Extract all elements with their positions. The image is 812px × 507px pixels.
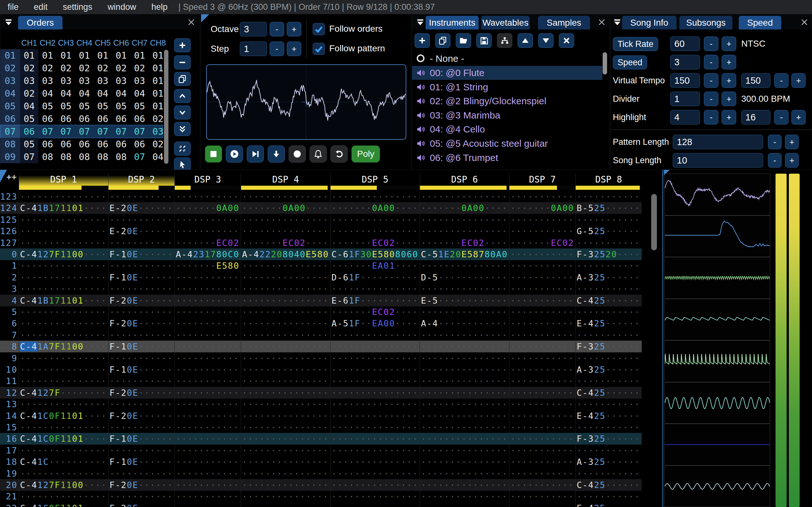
- pattern-cell[interactable]: ···············: [19, 272, 108, 283]
- pattern-row-125[interactable]: 125·····································…: [0, 214, 642, 226]
- pattern-cell[interactable]: ···············: [330, 456, 420, 468]
- pattern-cell[interactable]: ···············: [420, 225, 509, 237]
- menu-help[interactable]: help: [144, 2, 175, 12]
- instrument-item-01[interactable]: 01: @1 String: [412, 80, 602, 94]
- orders-deep-clone-button[interactable]: [174, 142, 191, 156]
- pattern-cell[interactable]: D-61F··········: [330, 272, 420, 283]
- pattern-cell[interactable]: F-20E······: [108, 387, 174, 399]
- instrument-open-button[interactable]: [456, 33, 471, 48]
- pattern-cell[interactable]: ···········: [174, 502, 241, 507]
- tick-rate-minus-button[interactable]: -: [704, 37, 718, 51]
- pattern-cell[interactable]: B-525······: [575, 202, 642, 214]
- pattern-cell[interactable]: ···············: [420, 479, 509, 491]
- order-cell[interactable]: 07: [131, 125, 149, 138]
- pattern-cell[interactable]: ···············: [330, 387, 420, 399]
- collapse-window-icon[interactable]: [415, 17, 426, 27]
- pattern-cell[interactable]: E-425······: [575, 502, 642, 507]
- instrument-item-04[interactable]: 04: @4 Cello: [412, 122, 602, 136]
- pattern-cell[interactable]: ···········: [509, 260, 575, 272]
- pattern-cell[interactable]: ···········: [509, 410, 575, 422]
- channel-header-dsp-6[interactable]: DSP 6: [420, 173, 509, 186]
- pattern-cell[interactable]: ···········: [575, 375, 642, 387]
- tab-song-info[interactable]: Song Info: [622, 16, 676, 30]
- pattern-row-16[interactable]: 16C-41C0F1101····F-10E··················…: [0, 433, 642, 445]
- order-cell[interactable]: 08: [94, 151, 112, 163]
- pattern-cell[interactable]: ···············: [330, 341, 420, 352]
- pattern-cell[interactable]: ···········: [174, 352, 241, 364]
- order-cell[interactable]: 07: [112, 125, 131, 138]
- pattern-cell[interactable]: A-51F··EA00····: [330, 318, 420, 329]
- virtual-tempo-den-minus-button[interactable]: -: [774, 73, 789, 88]
- pattern-cell[interactable]: ···········: [174, 479, 241, 491]
- pattern-cell[interactable]: E-425······: [575, 318, 642, 329]
- pattern-cell[interactable]: ···········: [174, 410, 241, 422]
- orders-row-number[interactable]: 03: [0, 74, 20, 87]
- pattern-cell[interactable]: ···············: [420, 352, 509, 364]
- pattern-row-0[interactable]: 0C-4127F1100····F-10E······A-4231780C0A-…: [0, 248, 642, 260]
- order-cell[interactable]: 07: [94, 125, 112, 138]
- order-cell[interactable]: 05: [38, 100, 57, 112]
- order-cell[interactable]: 04: [20, 100, 38, 112]
- channel-header-dsp-2[interactable]: DSP 2: [108, 173, 174, 186]
- pattern-cell[interactable]: C-4127F········: [19, 387, 108, 399]
- pattern-cell[interactable]: ···············: [19, 306, 108, 318]
- pattern-cell[interactable]: ···············: [420, 260, 509, 272]
- pattern-length-plus-button[interactable]: +: [785, 135, 799, 149]
- pattern-cell[interactable]: ···············: [330, 479, 420, 491]
- close-icon[interactable]: [800, 17, 809, 27]
- instrument-item-06[interactable]: 06: @6 Trumpet: [412, 151, 602, 165]
- pattern-row-4[interactable]: 4C-41B171101····F-20E···················…: [0, 295, 642, 306]
- pattern-cell[interactable]: ···········: [509, 283, 575, 295]
- record-button[interactable]: [289, 146, 306, 163]
- order-cell[interactable]: 06: [20, 125, 38, 138]
- order-cell[interactable]: 06: [112, 112, 131, 125]
- pattern-cell[interactable]: ···········: [509, 191, 575, 203]
- orders-row-04[interactable]: 040204040404040401: [0, 87, 163, 100]
- order-cell[interactable]: 08: [75, 151, 94, 163]
- pattern-cell[interactable]: F-20E······: [108, 502, 174, 507]
- pattern-cell[interactable]: ·······0A00: [509, 202, 575, 214]
- instrument-item-03[interactable]: 03: @3 Marimba: [412, 108, 602, 122]
- pattern-cell[interactable]: ·······EC02····: [420, 237, 509, 249]
- tab-orders[interactable]: Orders: [18, 16, 62, 30]
- pattern-cell[interactable]: A-422208040E580: [241, 248, 330, 260]
- octave-input[interactable]: 3: [240, 22, 267, 37]
- channel-header-dsp-4[interactable]: DSP 4: [241, 173, 330, 186]
- divider-plus-button[interactable]: +: [722, 92, 736, 106]
- pattern-cell[interactable]: ···············: [420, 387, 509, 399]
- pattern-cell[interactable]: ···············: [330, 433, 420, 445]
- pattern-cell[interactable]: F-10E······: [108, 364, 174, 376]
- pattern-cell[interactable]: ···············: [241, 502, 330, 507]
- pattern-cell[interactable]: ···········: [509, 445, 575, 456]
- pattern-cell[interactable]: F-10E······: [108, 341, 174, 352]
- song-length-plus-button[interactable]: +: [785, 153, 799, 168]
- follow-orders-checkbox[interactable]: [313, 23, 325, 35]
- instrument-move-up-button[interactable]: [518, 33, 533, 48]
- pattern-length-minus-button[interactable]: -: [768, 135, 781, 149]
- pattern-cell[interactable]: ···········: [575, 421, 642, 433]
- pattern-cell[interactable]: ···············: [420, 502, 509, 507]
- divider-input[interactable]: 1: [670, 92, 700, 106]
- pattern-cell[interactable]: ···········: [575, 398, 642, 410]
- orders-move-to-bottom-button[interactable]: [174, 122, 191, 136]
- pattern-cell[interactable]: ···········: [108, 329, 174, 341]
- pattern-cell[interactable]: ···············: [330, 191, 420, 203]
- song-length-minus-button[interactable]: -: [768, 153, 781, 168]
- pattern-cell[interactable]: ···········: [174, 318, 241, 329]
- pattern-row-126[interactable]: 126···············E-20E·················…: [0, 225, 642, 237]
- pattern-cell[interactable]: C-425······: [575, 479, 642, 491]
- menu-edit[interactable]: edit: [26, 2, 55, 12]
- step-row-button[interactable]: [268, 146, 285, 163]
- pattern-cell[interactable]: ···············: [19, 260, 108, 272]
- speed-plus-button[interactable]: +: [722, 55, 736, 69]
- pattern-cell[interactable]: ···············: [420, 341, 509, 352]
- orders-move-up-button[interactable]: [174, 89, 191, 103]
- pattern-cell[interactable]: ···········: [509, 352, 575, 364]
- panel-splitter[interactable]: [662, 170, 663, 507]
- instrument-move-down-button[interactable]: [538, 33, 554, 48]
- pattern-row-18[interactable]: 18C-41C··········F-10E··················…: [0, 456, 642, 468]
- pattern-cell[interactable]: ···············: [241, 445, 330, 456]
- pattern-cell[interactable]: ···········: [509, 329, 575, 341]
- pattern-cell[interactable]: F-325······: [575, 341, 642, 352]
- pattern-row-14[interactable]: 14C-41C0F1101····F-20E··················…: [0, 410, 642, 422]
